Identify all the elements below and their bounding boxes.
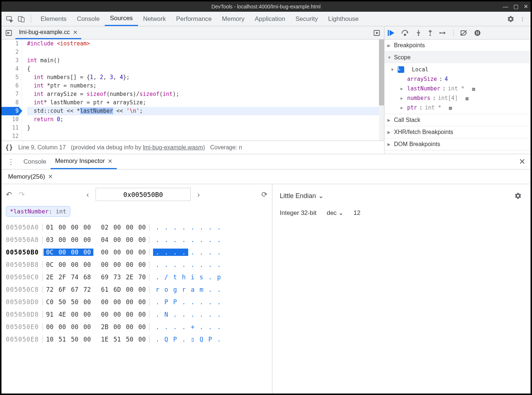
address-input[interactable]	[96, 188, 191, 201]
reveal-in-memory-icon[interactable]: ▥	[449, 105, 452, 111]
resume-icon[interactable]	[387, 30, 395, 36]
svg-point-6	[404, 34, 406, 36]
scope-local[interactable]: ▼L Local	[391, 65, 531, 74]
breakpoints-panel[interactable]: ▶Breakpoints	[384, 40, 531, 51]
step-into-icon[interactable]	[416, 30, 421, 36]
redo-icon[interactable]: ↷	[19, 190, 25, 199]
chevron-down-icon: ⌄	[338, 209, 343, 217]
reveal-in-memory-icon[interactable]: ▥	[472, 86, 475, 92]
main-toolbar: ElementsConsoleSourcesNetworkPerformance…	[1, 12, 531, 26]
kebab-menu-icon[interactable]: ⋮	[517, 14, 528, 24]
inspect-icon[interactable]	[4, 14, 15, 24]
step-icon[interactable]	[439, 30, 447, 36]
scope-var-ptr[interactable]: ▶ptr: int * ▥	[401, 103, 531, 112]
undo-icon[interactable]: ↶	[6, 190, 12, 199]
cursor-position: Line 9, Column 17	[18, 144, 66, 151]
main-tab-elements[interactable]: Elements	[36, 12, 72, 26]
hex-row[interactable]: 005050C8726F6772616D0000rogram..	[6, 283, 268, 296]
step-over-icon[interactable]	[401, 30, 409, 36]
drawer-tab-memory-inspector[interactable]: Memory Inspector✕	[51, 154, 117, 169]
deactivate-breakpoints-icon[interactable]	[460, 30, 468, 36]
hex-row[interactable]: 005050E0000000002B000000....+...	[6, 321, 268, 333]
coverage-text: Coverage: n	[210, 144, 242, 151]
window-title: DevTools - localhost:4000/lmi-bug-exampl…	[211, 4, 320, 10]
hex-row[interactable]: 005050A00100000002000000........	[6, 221, 268, 234]
dom-breakpoints-panel[interactable]: ▶DOM Breakpoints	[384, 138, 531, 150]
scope-var-arraySize[interactable]: arraySize: 4	[401, 74, 531, 84]
hex-row[interactable]: 005050B00C00000000000000........	[6, 246, 268, 258]
callstack-panel[interactable]: ▶Call Stack	[384, 114, 531, 126]
main-tab-sources[interactable]: Sources	[105, 12, 138, 26]
value-result: 12	[354, 209, 361, 217]
main-tab-console[interactable]: Console	[72, 12, 105, 26]
hex-row[interactable]: 005050B80C00000000000000........	[6, 258, 268, 271]
debugger-toggle-icon[interactable]	[372, 28, 382, 38]
svg-rect-5	[388, 30, 389, 36]
close-memory-tab-icon[interactable]: ✕	[48, 173, 53, 180]
close-window-icon[interactable]: ✕	[524, 3, 528, 10]
format-icon[interactable]: {}	[5, 144, 13, 151]
main-tab-application[interactable]: Application	[250, 12, 290, 26]
xhr-breakpoints-panel[interactable]: ▶XHR/fetch Breakpoints	[384, 126, 531, 138]
navigator-toggle-icon[interactable]	[4, 28, 14, 38]
hex-row[interactable]: 005050E8105150001E515000.QP.▯QP.	[6, 333, 268, 346]
page-forward-icon[interactable]: ›	[197, 190, 200, 199]
drawer-tab-console[interactable]: Console	[19, 154, 51, 169]
scope-var-numbers[interactable]: ▶numbers: int[4] ▥	[401, 93, 531, 103]
status-bar: {} Line 9, Column 17 (provided via debug…	[1, 141, 384, 154]
memory-tab[interactable]: Memory(256) ✕	[4, 169, 56, 184]
file-tabs: lmi-bug-example.cc ✕	[1, 26, 384, 40]
scope-panel[interactable]: ▼Scope	[384, 52, 531, 63]
page-back-icon[interactable]: ‹	[86, 190, 89, 199]
svg-rect-12	[478, 31, 479, 34]
maximize-icon[interactable]: ▢	[513, 3, 518, 10]
svg-point-8	[429, 34, 431, 36]
memory-instance-tabs: Memory(256) ✕	[1, 169, 531, 184]
debug-toolbar	[384, 26, 531, 40]
value-format-select[interactable]: dec ⌄	[327, 209, 343, 217]
hex-row[interactable]: 005050A80300000004000000........	[6, 234, 268, 246]
device-toggle-icon[interactable]	[16, 14, 26, 24]
hex-row[interactable]: 005050C02E2F746869732E70./this.p	[6, 271, 268, 283]
svg-rect-11	[476, 31, 477, 34]
main-tab-security[interactable]: Security	[290, 12, 323, 26]
main-tab-lighthouse[interactable]: Lighthouse	[323, 12, 364, 26]
drawer-tabs: ⋮ ConsoleMemory Inspector✕ ✕	[1, 154, 531, 169]
debug-info-text: (provided via debug info by lmi-bug-exam…	[71, 144, 205, 151]
hex-row[interactable]: 005050D8914E000000000000.N......	[6, 308, 268, 321]
pause-on-exceptions-icon[interactable]	[474, 30, 481, 36]
titlebar: DevTools - localhost:4000/lmi-bug-exampl…	[1, 1, 531, 12]
drawer-close-icon[interactable]: ✕	[519, 157, 525, 167]
file-tab[interactable]: lmi-bug-example.cc ✕	[15, 26, 81, 39]
reveal-in-memory-icon[interactable]: ▥	[465, 96, 468, 101]
highlight-pill[interactable]: *lastNumber: int	[6, 206, 70, 217]
main-tab-memory[interactable]: Memory	[217, 12, 249, 26]
endian-select[interactable]: Little Endian ⌄	[280, 192, 324, 200]
value-type: Integer 32-bit	[280, 209, 316, 217]
hex-row[interactable]: 005050D0C050500000000000.PP.....	[6, 296, 268, 308]
refresh-icon[interactable]: ⟳	[261, 190, 268, 199]
main-tab-performance[interactable]: Performance	[171, 12, 217, 26]
wasm-link[interactable]: lmi-bug-example.wasm	[143, 144, 203, 150]
svg-point-7	[418, 34, 419, 36]
svg-point-10	[475, 30, 480, 36]
main-tab-network[interactable]: Network	[138, 12, 171, 26]
svg-rect-2	[21, 18, 24, 22]
drawer-menu-icon[interactable]: ⋮	[4, 157, 18, 166]
svg-point-9	[439, 32, 441, 34]
step-out-icon[interactable]	[428, 30, 433, 36]
svg-rect-0	[7, 16, 11, 20]
scope-var-lastNumber[interactable]: ▶lastNumber: int * ▥	[401, 84, 531, 93]
minimize-icon[interactable]: —	[503, 3, 508, 10]
close-tab-icon[interactable]: ✕	[73, 29, 78, 36]
chevron-down-icon: ⌄	[318, 192, 324, 200]
value-settings-gear-icon[interactable]	[513, 191, 523, 201]
file-tab-label: lmi-bug-example.cc	[19, 29, 70, 36]
settings-gear-icon[interactable]	[506, 14, 516, 24]
close-drawer-tab-icon[interactable]: ✕	[108, 158, 112, 165]
